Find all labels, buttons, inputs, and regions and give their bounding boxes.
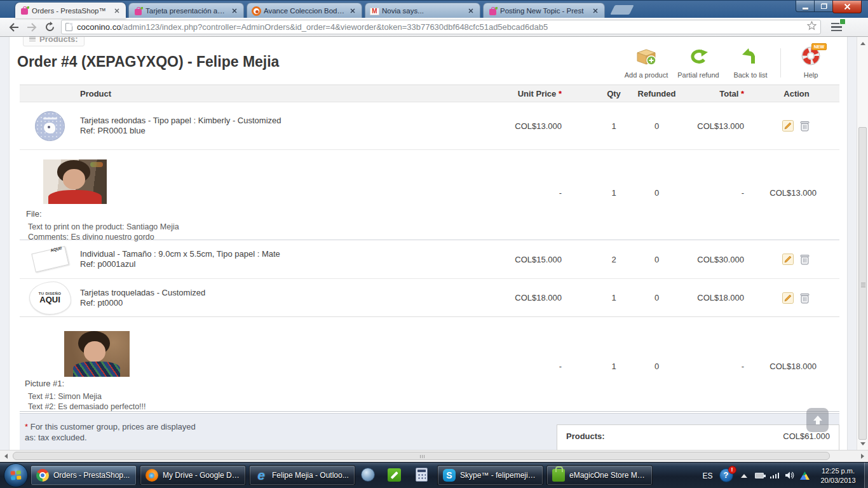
new-tab-button[interactable] <box>610 5 634 15</box>
unit-price-cell: COL$13.000 <box>484 121 592 131</box>
help-button[interactable]: NEW Help <box>785 46 837 79</box>
edit-product-icon[interactable] <box>782 292 794 304</box>
customization-text: Text to print on the product: Santiago M… <box>28 222 839 232</box>
refunded-cell: 0 <box>636 331 677 371</box>
total-cell: - <box>677 159 754 198</box>
battery-icon[interactable] <box>755 473 764 478</box>
pinned-globe-icon[interactable] <box>361 468 376 483</box>
customization-photo-simon[interactable] <box>64 331 130 377</box>
order-panel: Products: Order #4 (XEPAGYXQO) - Felipe … <box>9 37 848 450</box>
action-center-icon[interactable]: ? ! <box>719 468 735 484</box>
photos-favicon <box>252 6 261 16</box>
add-product-icon <box>635 47 658 69</box>
tab-posting-new-topic[interactable]: Posting New Topic - Prest <box>483 3 605 18</box>
add-product-button[interactable]: Add a product <box>620 47 672 79</box>
scroll-up-icon[interactable] <box>857 38 868 48</box>
reload-icon[interactable] <box>41 19 58 36</box>
delete-product-icon[interactable] <box>800 254 811 265</box>
header-unit-price: Unit Price * <box>484 89 592 98</box>
customization-label: Picture #1: <box>25 379 839 388</box>
skype-icon: S <box>443 469 456 482</box>
horizontal-scrollbar[interactable] <box>0 450 868 462</box>
language-indicator[interactable]: ES <box>702 471 712 480</box>
scroll-left-icon[interactable] <box>1 451 11 462</box>
screen: Orders - PrestaShop™ Tarjeta presentació… <box>0 0 868 488</box>
tab-avance-coleccion[interactable]: Avance Coleccion Bodas 2 <box>247 3 362 18</box>
vertical-scrollbar[interactable] <box>857 37 868 450</box>
chrome-icon <box>36 469 49 482</box>
unit-price-cell: COL$15.000 <box>484 255 592 264</box>
delete-product-icon[interactable] <box>800 292 811 304</box>
pinned-editor-icon[interactable] <box>388 468 403 483</box>
unit-price-cell: - <box>484 159 592 198</box>
tab-tarjeta-presentacion[interactable]: Tarjeta presentación azul c <box>128 3 244 18</box>
vertical-scroll-thumb[interactable] <box>858 127 867 440</box>
tab-title: Orders - PrestaShop™ <box>32 7 110 15</box>
product-thumbnail-card[interactable]: AQUI! <box>31 245 70 274</box>
taskbar-button-emagicone[interactable]: eMagicOne Store Ma... <box>546 465 653 485</box>
total-cell: COL$13.000 <box>677 121 754 131</box>
customization-photo-santiago[interactable] <box>43 159 107 204</box>
back-to-list-button[interactable]: Back to list <box>724 47 776 79</box>
volume-icon[interactable] <box>785 470 794 482</box>
delete-product-icon[interactable] <box>800 120 811 132</box>
tab-close-icon[interactable] <box>591 6 600 15</box>
taskbar-button-outlook[interactable]: e Felipe Mejia - Outloo... <box>249 465 355 485</box>
gmail-favicon: M <box>370 8 379 15</box>
network-signal-icon[interactable] <box>770 473 780 478</box>
product-ref: Ref: pt0000 <box>80 298 205 308</box>
totals-label: Products: <box>566 431 605 441</box>
taskbar-button-chrome[interactable]: Orders - PrestaShop... <box>31 465 137 485</box>
tab-close-icon[interactable] <box>112 6 121 15</box>
taskbar-button-firefox[interactable]: My Drive - Google Dr... <box>140 465 246 485</box>
show-hidden-icons[interactable] <box>741 471 747 478</box>
tab-gmail[interactable]: M Novia says... <box>365 3 480 18</box>
scroll-down-icon[interactable] <box>857 438 868 449</box>
google-drive-icon[interactable] <box>800 471 810 480</box>
prestashop-favicon <box>20 6 29 15</box>
close-button[interactable] <box>832 1 862 13</box>
show-desktop-button[interactable] <box>864 463 868 488</box>
prestashop-favicon <box>488 6 498 16</box>
window-controls <box>796 1 862 13</box>
url-text: coconino.co/admin123/index.php?controlle… <box>77 22 807 32</box>
table-row: Tarjetas redondas - Tipo papel : Kimberl… <box>20 102 839 150</box>
address-bar[interactable]: coconino.co/admin123/index.php?controlle… <box>61 20 821 34</box>
unit-price-cell: - <box>484 331 592 371</box>
new-badge: NEW <box>811 43 827 50</box>
chrome-menu-icon[interactable] <box>827 20 845 35</box>
qty-cell: 1 <box>592 293 636 302</box>
scroll-right-icon[interactable] <box>857 451 867 462</box>
product-thumbnail-blob[interactable]: TU DISEÑO AQUI <box>29 281 71 315</box>
edit-product-icon[interactable] <box>782 120 794 132</box>
tab-title: Posting New Topic - Prest <box>500 7 588 15</box>
tab-orders-prestashop[interactable]: Orders - PrestaShop™ <box>15 3 126 18</box>
products-table: Product Unit Price * Qty Refunded Total … <box>20 85 839 412</box>
products-section-header: Products: <box>23 37 85 46</box>
refunded-cell: 0 <box>636 255 677 264</box>
bookmark-star-icon[interactable] <box>807 21 817 33</box>
partial-refund-button[interactable]: Partial refund <box>672 47 724 79</box>
divider <box>780 48 781 78</box>
restore-button[interactable] <box>815 1 832 12</box>
tab-close-icon[interactable] <box>466 6 475 15</box>
edit-product-icon[interactable] <box>782 254 794 265</box>
taskbar-button-skype[interactable]: S Skype™ - felipemejia... <box>437 465 543 485</box>
tab-title: Tarjeta presentación azul c <box>146 7 227 15</box>
horizontal-scroll-thumb[interactable] <box>13 452 830 460</box>
product-thumbnail-round-card[interactable] <box>35 111 65 141</box>
tab-close-icon[interactable] <box>348 6 357 15</box>
start-button[interactable] <box>4 463 28 487</box>
back-to-top-button[interactable] <box>806 408 829 432</box>
customization-text: Text #2: Es demasiado perfecto!!! <box>28 402 839 412</box>
refunded-cell: 0 <box>636 159 677 198</box>
pinned-calculator-icon[interactable] <box>414 468 430 483</box>
forward-icon[interactable] <box>23 19 41 36</box>
minimize-button[interactable] <box>796 1 815 12</box>
customization-row: - 1 0 - COL$18.000 Picture #1: Text #1: … <box>20 317 839 412</box>
qty-cell: 2 <box>592 255 636 264</box>
windows-logo-icon <box>11 470 22 480</box>
tab-close-icon[interactable] <box>230 6 239 15</box>
clock[interactable]: 12:25 p.m. 20/03/2013 <box>816 466 860 485</box>
back-icon[interactable] <box>5 19 23 36</box>
